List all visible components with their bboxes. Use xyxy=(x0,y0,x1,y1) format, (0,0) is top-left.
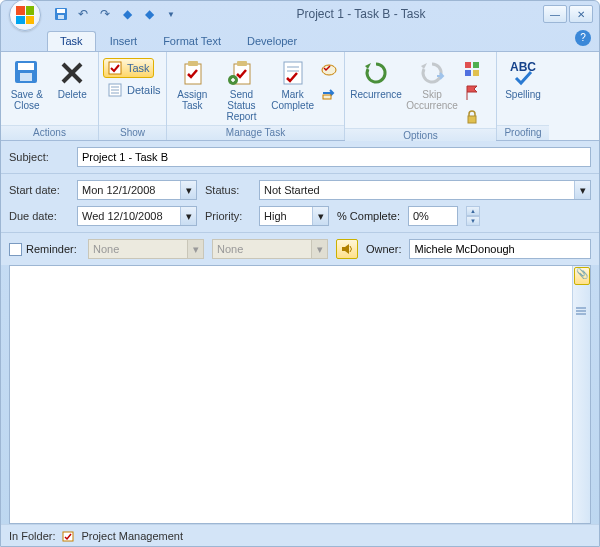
svg-text:ABC: ABC xyxy=(510,60,536,74)
help-button[interactable]: ? xyxy=(575,30,591,46)
chevron-down-icon[interactable]: ▾ xyxy=(574,181,590,199)
follow-up-button[interactable] xyxy=(461,82,483,104)
status-value: Not Started xyxy=(260,184,574,196)
forward-button[interactable] xyxy=(318,82,340,104)
svg-rect-26 xyxy=(473,70,479,76)
spelling-icon: ABC xyxy=(508,58,538,88)
in-folder-label: In Folder: xyxy=(9,530,55,542)
pct-complete-input[interactable]: 0% xyxy=(408,206,458,226)
send-status-report-button[interactable]: Send Status Report xyxy=(216,54,267,122)
status-label: Status: xyxy=(205,184,251,196)
tab-insert[interactable]: Insert xyxy=(98,32,150,51)
save-close-button[interactable]: Save & Close xyxy=(5,54,49,111)
status-combo[interactable]: Not Started ▾ xyxy=(259,180,591,200)
svg-rect-2 xyxy=(58,15,64,19)
reminder-time-combo: None ▾ xyxy=(212,239,328,259)
task-icon xyxy=(107,60,123,76)
svg-rect-5 xyxy=(20,73,32,81)
statusbar: In Folder: Project Management xyxy=(1,524,599,546)
tab-task[interactable]: Task xyxy=(47,31,96,51)
minimize-button[interactable]: — xyxy=(543,5,567,23)
task-body-textarea[interactable]: 📎 xyxy=(9,265,591,524)
show-task-button[interactable]: Task xyxy=(103,58,154,78)
reminder-label: Reminder: xyxy=(26,243,80,255)
recurrence-button[interactable]: Recurrence xyxy=(349,54,403,100)
reminder-checkbox[interactable] xyxy=(9,243,22,256)
tab-developer[interactable]: Developer xyxy=(235,32,309,51)
group-options: Recurrence Skip Occurrence Options xyxy=(345,52,497,140)
scrollbar-thumb[interactable] xyxy=(573,306,589,314)
svg-rect-4 xyxy=(18,63,34,70)
group-actions-label: Actions xyxy=(1,125,98,140)
priority-combo[interactable]: High ▾ xyxy=(259,206,329,226)
priority-label: Priority: xyxy=(205,210,251,222)
svg-rect-16 xyxy=(237,61,247,66)
ribbon-tabs: Task Insert Format Text Developer ? xyxy=(1,27,599,51)
due-date-label: Due date: xyxy=(9,210,69,222)
window-controls: — ✕ xyxy=(543,5,593,23)
reply-button[interactable] xyxy=(318,58,340,80)
chevron-down-icon[interactable]: ▾ xyxy=(180,181,196,199)
svg-rect-1 xyxy=(57,9,65,13)
titlebar: ↶ ↷ ◆ ◆ ▼ Project 1 - Task B - Task — ✕ xyxy=(1,1,599,27)
qat-customize-icon[interactable]: ▼ xyxy=(163,6,179,22)
reminder-sound-button[interactable] xyxy=(336,239,358,259)
skip-occurrence-button: Skip Occurrence xyxy=(405,54,459,111)
svg-rect-27 xyxy=(468,116,476,123)
tab-format-text[interactable]: Format Text xyxy=(151,32,233,51)
subject-input[interactable] xyxy=(77,147,591,167)
group-manage-label: Manage Task xyxy=(167,125,344,140)
skip-occurrence-icon xyxy=(417,58,447,88)
office-button[interactable] xyxy=(9,0,41,31)
due-date-combo[interactable]: Wed 12/10/2008 ▾ xyxy=(77,206,197,226)
group-proofing: ABC Spelling Proofing xyxy=(497,52,549,140)
group-manage-task: Assign Task Send Status Report Mark Comp… xyxy=(167,52,345,140)
categorize-button[interactable] xyxy=(461,58,483,80)
spinner-down-icon[interactable]: ▼ xyxy=(466,216,480,226)
spinner-up-icon[interactable]: ▲ xyxy=(466,206,480,216)
save-icon[interactable] xyxy=(53,6,69,22)
reminder-date-value: None xyxy=(89,243,187,255)
next-item-icon[interactable]: ◆ xyxy=(141,6,157,22)
pct-complete-value: 0% xyxy=(409,210,457,222)
body-sidebar: 📎 xyxy=(572,266,590,523)
delete-button[interactable]: Delete xyxy=(51,54,95,100)
start-date-combo[interactable]: Mon 12/1/2008 ▾ xyxy=(77,180,197,200)
show-details-button[interactable]: Details xyxy=(103,80,165,100)
chevron-down-icon[interactable]: ▾ xyxy=(180,207,196,225)
pct-complete-spinner[interactable]: ▲ ▼ xyxy=(466,206,480,226)
owner-input[interactable] xyxy=(409,239,591,259)
group-show: Task Details Show xyxy=(99,52,167,140)
reminder-time-value: None xyxy=(213,243,311,255)
subject-label: Subject: xyxy=(9,151,69,163)
redo-icon[interactable]: ↷ xyxy=(97,6,113,22)
recurrence-icon xyxy=(361,58,391,88)
ribbon: Save & Close Delete Actions Task Details xyxy=(1,51,599,141)
assign-task-button[interactable]: Assign Task xyxy=(171,54,214,111)
chevron-down-icon[interactable]: ▾ xyxy=(312,207,328,225)
attach-toggle-button[interactable]: 📎 xyxy=(574,267,590,285)
owner-label: Owner: xyxy=(366,243,401,255)
svg-rect-24 xyxy=(473,62,479,68)
mark-complete-icon xyxy=(278,58,308,88)
svg-rect-29 xyxy=(63,532,73,541)
start-date-value: Mon 12/1/2008 xyxy=(78,184,180,196)
svg-rect-18 xyxy=(284,62,302,84)
group-show-label: Show xyxy=(99,125,166,140)
save-close-icon xyxy=(12,58,42,88)
send-status-icon xyxy=(226,58,256,88)
close-button[interactable]: ✕ xyxy=(569,5,593,23)
quick-access-toolbar: ↶ ↷ ◆ ◆ ▼ xyxy=(53,6,179,22)
spelling-button[interactable]: ABC Spelling xyxy=(501,54,545,100)
private-button[interactable] xyxy=(461,106,483,128)
priority-value: High xyxy=(260,210,312,222)
office-logo-icon xyxy=(16,6,34,24)
group-actions: Save & Close Delete Actions xyxy=(1,52,99,140)
undo-icon[interactable]: ↶ xyxy=(75,6,91,22)
prev-item-icon[interactable]: ◆ xyxy=(119,6,135,22)
window-title: Project 1 - Task B - Task xyxy=(179,7,543,21)
start-date-label: Start date: xyxy=(9,184,69,196)
mark-complete-button[interactable]: Mark Complete xyxy=(269,54,316,111)
svg-rect-8 xyxy=(109,62,121,74)
due-date-value: Wed 12/10/2008 xyxy=(78,210,180,222)
